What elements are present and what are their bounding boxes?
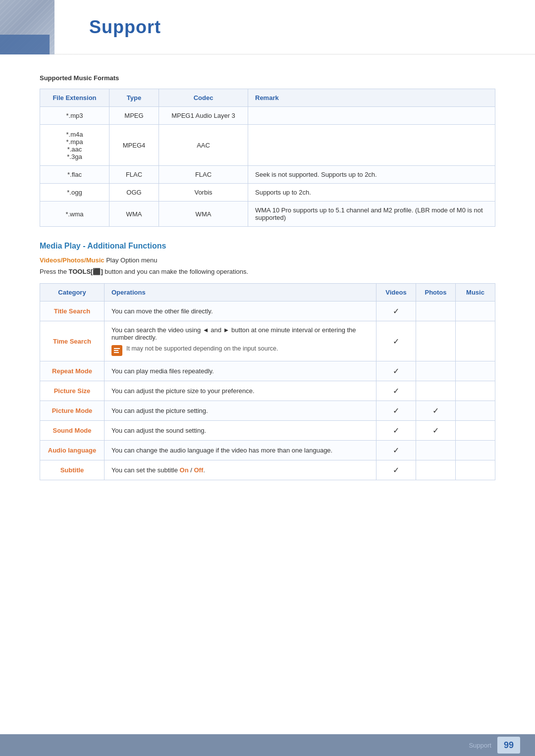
video-title-check: ✓	[376, 302, 416, 321]
time-search-note: It may not be supported depending on the…	[111, 345, 369, 356]
cat-picture-mode: Picture Mode	[40, 401, 105, 421]
music-repeat-check	[456, 361, 495, 381]
cat-picture-size: Picture Size	[40, 381, 105, 401]
remark-mp3	[248, 107, 495, 125]
video-picmode-check: ✓	[376, 401, 416, 421]
footer-label: Support	[469, 742, 491, 749]
ops-time-search: You can search the video using ◄ and ► b…	[105, 321, 376, 361]
header: Support	[0, 0, 535, 54]
remark-m4a	[248, 125, 495, 166]
ops-col-category: Category	[40, 284, 105, 302]
table-row: Title Search You can move the other file…	[40, 302, 495, 321]
ops-repeat-mode: You can play media files repeatedly.	[105, 361, 376, 381]
remark-wma: WMA 10 Pro supports up to 5.1 channel an…	[248, 202, 495, 227]
music-time-check	[456, 321, 495, 361]
table-row: Subtitle You can set the subtitle On / O…	[40, 460, 495, 480]
music-col-codec: Codec	[159, 89, 248, 107]
music-audiolang-check	[456, 441, 495, 460]
music-formats-table: File Extension Type Codec Remark *.mp3 M…	[40, 89, 495, 227]
type-mpeg: MPEG	[109, 107, 159, 125]
cat-subtitle: Subtitle	[40, 460, 105, 480]
media-play-heading: Media Play - Additional Functions	[40, 242, 495, 251]
photo-audiolang-check	[416, 441, 456, 460]
music-subtitle-check	[456, 460, 495, 480]
table-row: Time Search You can search the video usi…	[40, 321, 495, 361]
svg-rect-1	[114, 350, 118, 351]
music-soundmode-check	[456, 421, 495, 441]
ext-wma: *.wma	[40, 202, 109, 227]
note-icon	[111, 345, 122, 356]
cat-audio-language: Audio language	[40, 441, 105, 460]
ops-subtitle: You can set the subtitle On / Off.	[105, 460, 376, 480]
photo-title-check	[416, 302, 456, 321]
table-row: *.flac FLAC FLAC Seek is not supported. …	[40, 166, 495, 184]
off-label: Off	[194, 466, 203, 474]
photo-repeat-check	[416, 361, 456, 381]
ext-mp3: *.mp3	[40, 107, 109, 125]
table-row: *.wma WMA WMA WMA 10 Pro supports up to …	[40, 202, 495, 227]
cat-time-search: Time Search	[40, 321, 105, 361]
ext-flac: *.flac	[40, 166, 109, 184]
media-play-subtext: Play Option menu	[105, 256, 158, 264]
music-col-type: Type	[109, 89, 159, 107]
type-wma: WMA	[109, 202, 159, 227]
video-picsize-check: ✓	[376, 381, 416, 401]
video-audiolang-check: ✓	[376, 441, 416, 460]
ops-col-photos: Photos	[416, 284, 456, 302]
type-flac: FLAC	[109, 166, 159, 184]
type-ogg: OGG	[109, 184, 159, 202]
ext-m4a: *.m4a*.mpa*.aac*.3ga	[40, 125, 109, 166]
video-subtitle-check: ✓	[376, 460, 416, 480]
remark-ogg: Supports up to 2ch.	[248, 184, 495, 202]
ops-col-music: Music	[456, 284, 495, 302]
table-row: Picture Size You can adjust the picture …	[40, 381, 495, 401]
header-accent	[0, 0, 79, 54]
photo-time-check	[416, 321, 456, 361]
photo-soundmode-check: ✓	[416, 421, 456, 441]
video-soundmode-check: ✓	[376, 421, 416, 441]
photo-picsize-check	[416, 381, 456, 401]
table-row: *.ogg OGG Vorbis Supports up to 2ch.	[40, 184, 495, 202]
tools-label: TOOLS[	[69, 268, 93, 275]
header-blue-block	[0, 35, 50, 54]
press-text: Press the TOOLS[⬛] button and you can ma…	[40, 268, 495, 275]
on-label: On	[180, 466, 189, 474]
codec-flac: FLAC	[159, 166, 248, 184]
video-time-check: ✓	[376, 321, 416, 361]
media-play-sublabel: Videos/Photos/Music	[40, 256, 105, 264]
ops-picture-size: You can adjust the picture size to your …	[105, 381, 376, 401]
remark-flac: Seek is not supported. Supports up to 2c…	[248, 166, 495, 184]
music-picmode-check	[456, 401, 495, 421]
cat-sound-mode: Sound Mode	[40, 421, 105, 441]
ops-picture-mode: You can adjust the picture setting.	[105, 401, 376, 421]
video-repeat-check: ✓	[376, 361, 416, 381]
media-play-subheading: Videos/Photos/Music Play Option menu	[40, 256, 495, 264]
note-text: It may not be supported depending on the…	[126, 345, 278, 352]
codec-vorbis: Vorbis	[159, 184, 248, 202]
table-row: Sound Mode You can adjust the sound sett…	[40, 421, 495, 441]
music-picsize-check	[456, 381, 495, 401]
table-row: *.m4a*.mpa*.aac*.3ga MPEG4 AAC	[40, 125, 495, 166]
ops-title-search: You can move the other file directly.	[105, 302, 376, 321]
operations-table: Category Operations Videos Photos Music …	[40, 283, 495, 480]
music-section-heading: Supported Music Formats	[40, 74, 495, 82]
music-col-remark: Remark	[248, 89, 495, 107]
photo-picmode-check: ✓	[416, 401, 456, 421]
music-title-check	[456, 302, 495, 321]
svg-rect-2	[114, 352, 119, 353]
tools-icon: ⬛	[93, 268, 101, 275]
ops-col-videos: Videos	[376, 284, 416, 302]
codec-aac: AAC	[159, 125, 248, 166]
table-row: *.mp3 MPEG MPEG1 Audio Layer 3	[40, 107, 495, 125]
cat-title-search: Title Search	[40, 302, 105, 321]
photo-subtitle-check	[416, 460, 456, 480]
main-content: Supported Music Formats File Extension T…	[0, 54, 535, 525]
svg-rect-0	[114, 348, 120, 349]
table-row: Repeat Mode You can play media files rep…	[40, 361, 495, 381]
type-mpeg4: MPEG4	[109, 125, 159, 166]
ops-col-operations: Operations	[105, 284, 376, 302]
tools-bracket: ]	[101, 268, 103, 275]
cat-repeat-mode: Repeat Mode	[40, 361, 105, 381]
ext-ogg: *.ogg	[40, 184, 109, 202]
music-col-extension: File Extension	[40, 89, 109, 107]
